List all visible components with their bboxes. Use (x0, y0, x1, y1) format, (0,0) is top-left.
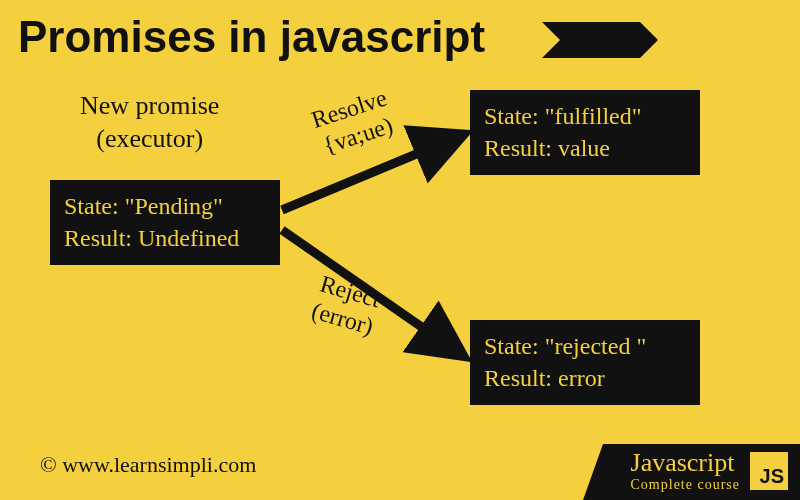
state-box-rejected: State: "rejected " Result: error (470, 320, 700, 405)
footer-credit: © www.learnsimpli.com (40, 452, 256, 478)
fulfilled-state-line: State: "fulfilled" (484, 100, 686, 132)
rejected-result-line: Result: error (484, 362, 686, 394)
arrow-label-resolve: Resolve{va;ue) (308, 84, 399, 160)
fulfilled-result-line: Result: value (484, 132, 686, 164)
arrow-label-reject: Reject(error) (309, 270, 384, 340)
js-logo-icon: JS (750, 452, 788, 490)
title-ribbon-decoration (560, 22, 640, 58)
state-box-fulfilled: State: "fulfilled" Result: value (470, 90, 700, 175)
rejected-state-line: State: "rejected " (484, 330, 686, 362)
arrow-resolve (282, 135, 462, 210)
page-title: Promises in javascript (0, 0, 800, 74)
pending-result-line: Result: Undefined (64, 222, 266, 254)
brand-subtitle: Complete course (631, 478, 740, 492)
pending-state-line: State: "Pending" (64, 190, 266, 222)
state-box-pending: State: "Pending" Result: Undefined (50, 180, 280, 265)
new-promise-label: New promise(executor) (80, 90, 219, 155)
brand-title: Javascript (631, 450, 740, 476)
brand-banner: Javascript Complete course JS (603, 444, 800, 500)
